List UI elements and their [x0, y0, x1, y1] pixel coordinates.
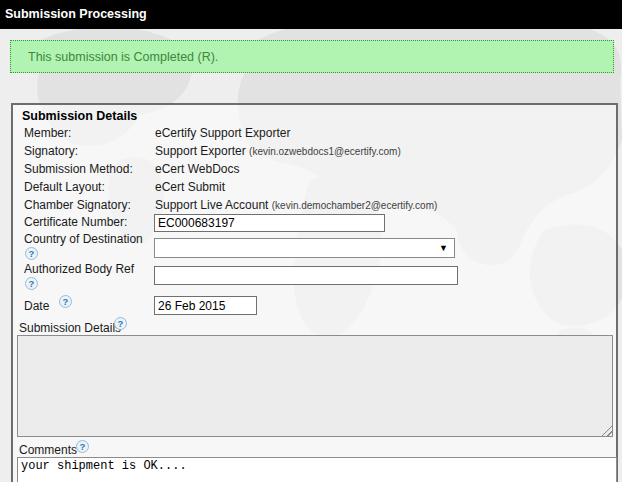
- country-help-icon[interactable]: ?: [25, 247, 38, 260]
- page-title: Submission Processing: [5, 0, 147, 28]
- chamber-signatory-email: (kevin.demochamber2@ecertify.com): [272, 200, 438, 211]
- date-help-icon[interactable]: ?: [59, 295, 72, 308]
- panel-title: Submission Details: [22, 109, 137, 123]
- authorized-body-help-icon[interactable]: ?: [25, 277, 38, 290]
- certificate-number-input[interactable]: [154, 214, 385, 232]
- member-label: Member:: [24, 126, 155, 140]
- signatory-label: Signatory:: [24, 144, 155, 158]
- info-row-default-layout: Default Layout:eCert Submit: [24, 180, 225, 198]
- comments-label: Comments: [19, 443, 77, 457]
- authorized-body-ref-label: Authorized Body Ref: [24, 262, 134, 276]
- info-row-submission-method: Submission Method:eCert WebDocs: [24, 162, 239, 180]
- signatory-value: Support Exporter: [155, 144, 246, 158]
- chamber-signatory-label: Chamber Signatory:: [24, 198, 155, 212]
- info-row-signatory: Signatory:Support Exporter (kevin.ozwebd…: [24, 144, 401, 162]
- title-bar: Submission Processing: [0, 0, 622, 29]
- submission-details-label: Submission Details: [19, 321, 121, 335]
- date-input[interactable]: [154, 296, 257, 315]
- comments-textarea[interactable]: your shipment is OK....: [17, 457, 617, 482]
- country-of-destination-label: Country of Destination: [24, 232, 143, 246]
- date-label: Date: [24, 299, 49, 313]
- chevron-down-icon: ▼: [439, 243, 448, 253]
- authorized-body-ref-input[interactable]: [154, 266, 458, 285]
- info-row-member: Member:eCertify Support Exporter: [24, 126, 290, 144]
- comments-help-icon[interactable]: ?: [76, 440, 89, 453]
- status-message: This submission is Completed (R).: [10, 40, 614, 73]
- status-message-text: This submission is Completed (R).: [28, 50, 218, 64]
- default-layout-label: Default Layout:: [24, 180, 155, 194]
- submission-method-value: eCert WebDocs: [155, 162, 239, 176]
- certificate-number-label: Certificate Number:: [24, 215, 127, 229]
- country-select[interactable]: ▼: [154, 238, 455, 258]
- default-layout-value: eCert Submit: [155, 180, 225, 194]
- submission-method-label: Submission Method:: [24, 162, 155, 176]
- member-value: eCertify Support Exporter: [155, 126, 290, 140]
- submission-details-textarea: [17, 335, 613, 437]
- chamber-signatory-value: Support Live Account: [155, 198, 268, 212]
- submission-details-help-icon[interactable]: ?: [114, 317, 127, 330]
- signatory-email: (kevin.ozwebdocs1@ecertify.com): [249, 146, 401, 157]
